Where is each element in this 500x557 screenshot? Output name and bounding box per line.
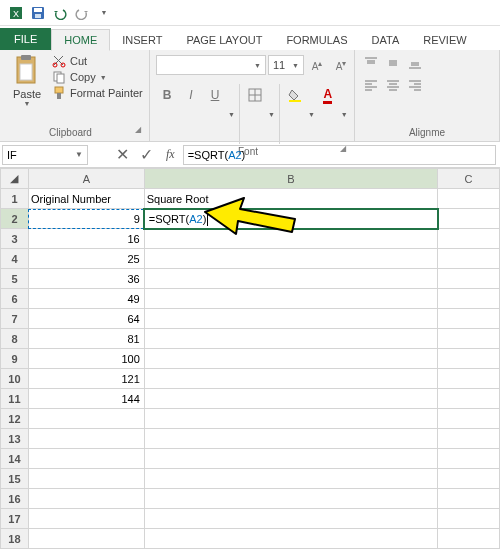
select-all-corner[interactable]: ◢	[1, 169, 29, 189]
cell-A17[interactable]	[28, 509, 144, 529]
cell-B18[interactable]	[144, 529, 437, 549]
cell-A18[interactable]	[28, 529, 144, 549]
cell-B4[interactable]	[144, 249, 437, 269]
cell-C11[interactable]	[438, 389, 500, 409]
row-header-9[interactable]: 9	[1, 349, 29, 369]
cell-A9[interactable]: 100	[28, 349, 144, 369]
cell-C10[interactable]	[438, 369, 500, 389]
cell-A15[interactable]	[28, 469, 144, 489]
row-header-3[interactable]: 3	[1, 229, 29, 249]
tab-home[interactable]: HOME	[51, 29, 110, 51]
row-header-2[interactable]: 2	[1, 209, 29, 229]
decrease-font-icon[interactable]: A▾	[330, 54, 352, 76]
cell-A12[interactable]	[28, 409, 144, 429]
cell-C5[interactable]	[438, 269, 500, 289]
cell-C15[interactable]	[438, 469, 500, 489]
cell-A1[interactable]: Original Number	[28, 189, 144, 209]
row-header-7[interactable]: 7	[1, 309, 29, 329]
row-header-4[interactable]: 4	[1, 249, 29, 269]
cell-A8[interactable]: 81	[28, 329, 144, 349]
redo-icon[interactable]	[72, 3, 92, 23]
cell-B13[interactable]	[144, 429, 437, 449]
col-header-B[interactable]: B	[144, 169, 437, 189]
cell-C18[interactable]	[438, 529, 500, 549]
col-header-A[interactable]: A	[28, 169, 144, 189]
tab-data[interactable]: DATA	[360, 30, 412, 50]
copy-button[interactable]: Copy ▼	[52, 70, 143, 84]
align-center-icon[interactable]	[383, 76, 403, 94]
cancel-formula-icon[interactable]: ✕	[112, 145, 132, 165]
cell-B3[interactable]	[144, 229, 437, 249]
cell-C16[interactable]	[438, 489, 500, 509]
fx-icon[interactable]: fx	[160, 147, 181, 162]
paste-button[interactable]: Paste ▼	[6, 54, 48, 107]
tab-page-layout[interactable]: PAGE LAYOUT	[174, 30, 274, 50]
cell-C12[interactable]	[438, 409, 500, 429]
cell-C6[interactable]	[438, 289, 500, 309]
row-header-10[interactable]: 10	[1, 369, 29, 389]
undo-icon[interactable]	[50, 3, 70, 23]
cell-C8[interactable]	[438, 329, 500, 349]
cell-C3[interactable]	[438, 229, 500, 249]
row-header-11[interactable]: 11	[1, 389, 29, 409]
paste-dropdown-icon[interactable]: ▼	[24, 100, 31, 107]
cell-B17[interactable]	[144, 509, 437, 529]
tab-review[interactable]: REVIEW	[411, 30, 478, 50]
fill-color-button[interactable]	[284, 84, 306, 106]
cell-B12[interactable]	[144, 409, 437, 429]
cell-B7[interactable]	[144, 309, 437, 329]
cell-B15[interactable]	[144, 469, 437, 489]
row-header-6[interactable]: 6	[1, 289, 29, 309]
tab-formulas[interactable]: FORMULAS	[274, 30, 359, 50]
name-box-dropdown-icon[interactable]: ▼	[75, 150, 83, 159]
cell-A4[interactable]: 25	[28, 249, 144, 269]
font-family-select[interactable]: ▼	[156, 55, 266, 75]
cell-A3[interactable]: 16	[28, 229, 144, 249]
cell-C14[interactable]	[438, 449, 500, 469]
row-header-17[interactable]: 17	[1, 509, 29, 529]
cell-C13[interactable]	[438, 429, 500, 449]
align-bottom-icon[interactable]	[405, 54, 425, 72]
tab-insert[interactable]: INSERT	[110, 30, 174, 50]
cell-B6[interactable]	[144, 289, 437, 309]
row-header-16[interactable]: 16	[1, 489, 29, 509]
cell-C1[interactable]	[438, 189, 500, 209]
cell-C2[interactable]	[438, 209, 500, 229]
cell-A2[interactable]: 9	[28, 209, 144, 229]
cell-A14[interactable]	[28, 449, 144, 469]
cell-A11[interactable]: 144	[28, 389, 144, 409]
worksheet-grid[interactable]: ◢ A B C 1Original NumberSquare Root29=SQ…	[0, 168, 500, 549]
cell-A13[interactable]	[28, 429, 144, 449]
row-header-12[interactable]: 12	[1, 409, 29, 429]
cell-C17[interactable]	[438, 509, 500, 529]
align-right-icon[interactable]	[405, 76, 425, 94]
formula-bar[interactable]: =SQRT(A2)	[183, 145, 496, 165]
cell-A6[interactable]: 49	[28, 289, 144, 309]
row-header-5[interactable]: 5	[1, 269, 29, 289]
cell-A7[interactable]: 64	[28, 309, 144, 329]
row-header-15[interactable]: 15	[1, 469, 29, 489]
cell-B5[interactable]	[144, 269, 437, 289]
cell-B10[interactable]	[144, 369, 437, 389]
save-icon[interactable]	[28, 3, 48, 23]
cut-button[interactable]: Cut	[52, 54, 143, 68]
format-painter-button[interactable]: Format Painter	[52, 86, 143, 100]
cell-A10[interactable]: 121	[28, 369, 144, 389]
row-header-8[interactable]: 8	[1, 329, 29, 349]
row-header-18[interactable]: 18	[1, 529, 29, 549]
underline-button[interactable]: U	[204, 84, 226, 106]
increase-font-icon[interactable]: A▴	[306, 54, 328, 76]
align-left-icon[interactable]	[361, 76, 381, 94]
cell-C4[interactable]	[438, 249, 500, 269]
cell-B14[interactable]	[144, 449, 437, 469]
bold-button[interactable]: B	[156, 84, 178, 106]
font-color-button[interactable]: A	[317, 84, 339, 106]
align-top-icon[interactable]	[361, 54, 381, 72]
cell-B9[interactable]	[144, 349, 437, 369]
cell-B8[interactable]	[144, 329, 437, 349]
cell-B1[interactable]: Square Root	[144, 189, 437, 209]
cell-A16[interactable]	[28, 489, 144, 509]
italic-button[interactable]: I	[180, 84, 202, 106]
row-header-13[interactable]: 13	[1, 429, 29, 449]
font-size-select[interactable]: 11▼	[268, 55, 304, 75]
